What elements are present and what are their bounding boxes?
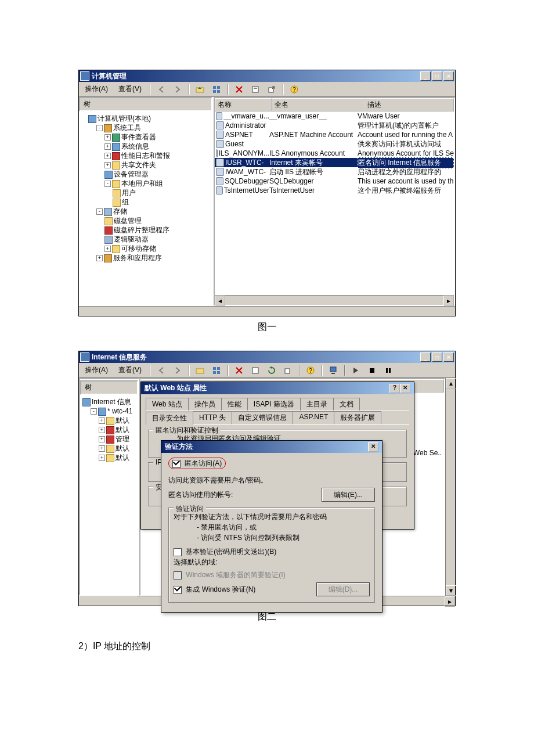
tree-device-manager[interactable]: 设备管理器 xyxy=(114,170,149,178)
scroll-up-icon[interactable]: ▴ xyxy=(446,378,456,388)
vertical-scrollbar[interactable]: ▴ ▾ xyxy=(445,378,455,596)
help-icon[interactable]: ? xyxy=(288,84,300,95)
forward-icon[interactable] xyxy=(172,84,183,95)
expand-icon[interactable]: + xyxy=(104,143,111,150)
pause-icon[interactable] xyxy=(383,365,394,376)
tree-site2[interactable]: 默认 xyxy=(116,426,129,434)
minimize-button[interactable]: _ xyxy=(420,71,431,81)
checkbox-basic-auth[interactable] xyxy=(174,548,182,556)
scroll-right-icon[interactable]: ▸ xyxy=(445,596,455,607)
tree-root[interactable]: 计算机管理(本地) xyxy=(98,114,151,123)
tab[interactable]: 目录安全性 xyxy=(146,412,193,425)
expand-icon[interactable]: + xyxy=(99,445,105,452)
expand-icon[interactable]: + xyxy=(99,417,105,424)
dialog-help-button[interactable]: ? xyxy=(389,384,400,393)
user-row[interactable]: SQLDebuggerSQLDebuggerThis user account … xyxy=(215,177,454,186)
tab[interactable]: HTTP 头 xyxy=(193,411,232,424)
up-folder-icon[interactable] xyxy=(194,84,206,95)
delete-icon[interactable] xyxy=(233,365,245,376)
tree-storage[interactable]: 存储 xyxy=(113,207,127,215)
auth-dialog-close-button[interactable]: ✕ xyxy=(368,442,378,452)
tree-event-viewer[interactable]: 事件查看器 xyxy=(121,133,156,141)
refresh-icon[interactable] xyxy=(266,365,277,376)
collapse-icon[interactable]: - xyxy=(96,208,103,215)
menu-action[interactable]: 操作(A) xyxy=(81,83,111,95)
expand-icon[interactable]: + xyxy=(99,455,105,461)
stop-icon[interactable] xyxy=(366,365,378,376)
close-button[interactable]: ✕ xyxy=(443,352,454,362)
play-icon[interactable] xyxy=(350,365,362,376)
tree-system-tools[interactable]: 系统工具 xyxy=(113,124,141,132)
expand-icon[interactable]: + xyxy=(99,427,105,433)
expand-icon[interactable]: + xyxy=(104,162,111,168)
close-button[interactable]: ✕ xyxy=(443,71,454,81)
tree-disk-mgmt[interactable]: 磁盘管理 xyxy=(114,217,142,225)
tab[interactable]: 服务器扩展 xyxy=(334,411,381,424)
user-row[interactable]: __vmware_u...__vmware_user__VMware User xyxy=(215,111,454,121)
forward-icon[interactable] xyxy=(172,365,183,376)
tree-defrag[interactable]: 磁盘碎片整理程序 xyxy=(114,226,169,234)
expand-icon[interactable]: + xyxy=(99,436,105,442)
tab[interactable]: 自定义错误信息 xyxy=(232,411,293,424)
menu-view[interactable]: 查看(V) xyxy=(115,364,145,376)
tree-system-info[interactable]: 系统信息 xyxy=(121,142,149,150)
back-icon[interactable] xyxy=(156,365,167,376)
tab[interactable]: 主目录 xyxy=(300,398,334,411)
collapse-icon[interactable]: - xyxy=(96,125,103,131)
tree-local-users-groups[interactable]: 本地用户和组 xyxy=(121,179,163,188)
tree-services-apps[interactable]: 服务和应用程序 xyxy=(113,254,162,262)
tree-shared-folders[interactable]: 共享文件夹 xyxy=(121,161,156,169)
horizontal-scrollbar[interactable]: ◂ ▸ xyxy=(215,295,454,305)
up-folder-icon[interactable] xyxy=(194,365,206,376)
user-row[interactable]: Guest供来宾访问计算机或访问域 xyxy=(215,139,454,149)
tree-logical-drives[interactable]: 逻辑驱动器 xyxy=(114,235,149,243)
tree-site1[interactable]: 默认 xyxy=(116,416,129,424)
expand-icon[interactable]: + xyxy=(104,134,111,141)
scroll-right-icon[interactable]: ▸ xyxy=(443,296,454,306)
tab[interactable]: 操作员 xyxy=(188,398,222,411)
user-row[interactable]: TsInternetUserTsInternetUser这个用户帐户被终端服务所 xyxy=(215,186,454,195)
user-row[interactable]: IUSR_WTC-Internet 来宾帐号匿名访问 Internet 信息服务 xyxy=(215,158,454,167)
properties-icon[interactable] xyxy=(250,365,261,376)
server-icon[interactable] xyxy=(327,365,339,376)
tree-users[interactable]: 用户 xyxy=(122,189,136,197)
iis-tree[interactable]: Internet 信息 -* wtc-41 +默认 +默认 +管理 +默认 +默… xyxy=(80,395,138,465)
tree-groups[interactable]: 组 xyxy=(122,198,129,206)
collapse-icon[interactable]: - xyxy=(104,181,111,187)
tab[interactable]: 文档 xyxy=(333,398,360,411)
delete-icon[interactable] xyxy=(233,84,245,95)
user-row[interactable]: Administrator管理计算机(域)的内置帐户 xyxy=(215,121,454,130)
maximize-button[interactable]: □ xyxy=(432,352,442,362)
minimize-button[interactable]: _ xyxy=(420,352,431,362)
user-row[interactable]: ASPNETASP.NET Machine AccountAccount use… xyxy=(215,130,454,139)
tab[interactable]: 性能 xyxy=(221,398,248,411)
tree-site3[interactable]: 管理 xyxy=(116,435,129,443)
column-name[interactable]: 名称 xyxy=(215,98,272,111)
tree-server[interactable]: * wtc-41 xyxy=(107,407,132,415)
menu-view[interactable]: 查看(V) xyxy=(115,83,145,95)
maximize-button[interactable]: □ xyxy=(432,71,442,81)
tree-perf-logs[interactable]: 性能日志和警报 xyxy=(121,152,170,160)
expand-icon[interactable]: + xyxy=(96,255,103,261)
menu-action[interactable]: 操作(A) xyxy=(81,364,111,376)
export-icon[interactable] xyxy=(282,365,294,376)
tab[interactable]: ASP.NET xyxy=(293,411,334,424)
scroll-left-icon[interactable]: ◂ xyxy=(215,296,225,306)
edit-anon-account-button[interactable]: 编辑(E)... xyxy=(322,488,375,502)
tree-site5[interactable]: 默认 xyxy=(116,453,129,462)
user-row[interactable]: IWAM_WTC-启动 IIS 进程帐号启动进程之外的应用程序的 xyxy=(215,167,454,177)
tab[interactable]: Web 站点 xyxy=(146,398,189,411)
checkbox-integrated-windows-auth[interactable] xyxy=(174,586,182,594)
user-list[interactable]: __vmware_u...__vmware_user__VMware UserA… xyxy=(215,111,454,295)
checkbox-anonymous-access[interactable] xyxy=(172,460,181,468)
help-icon[interactable]: ? xyxy=(305,365,316,376)
tree-site4[interactable]: 默认 xyxy=(116,444,129,452)
tree-iis-root[interactable]: Internet 信息 xyxy=(92,398,131,406)
dialog-close-button[interactable]: ✕ xyxy=(400,384,410,393)
column-fullname[interactable]: 全名 xyxy=(272,98,365,111)
expand-icon[interactable]: + xyxy=(104,153,111,159)
scroll-down-icon[interactable]: ▾ xyxy=(446,585,456,596)
export-icon[interactable] xyxy=(266,84,277,95)
views-icon[interactable] xyxy=(211,365,222,376)
properties-icon[interactable] xyxy=(250,84,261,95)
